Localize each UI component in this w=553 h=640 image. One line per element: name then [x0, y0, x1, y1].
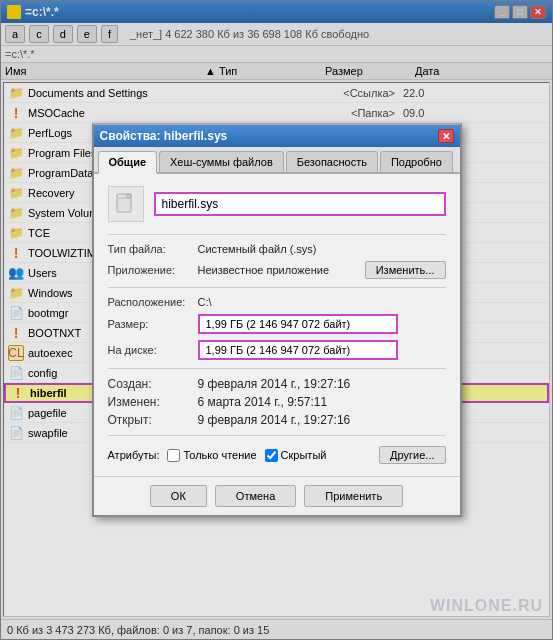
readonly-checkbox-label[interactable]: Только чтение: [167, 449, 256, 462]
svg-rect-1: [127, 194, 131, 198]
change-app-button[interactable]: Изменить...: [365, 261, 446, 279]
readonly-label: Только чтение: [183, 449, 256, 461]
tab-checksums[interactable]: Хеш-суммы файлов: [159, 151, 284, 172]
tab-general[interactable]: Общие: [98, 151, 158, 174]
application-row: Приложение: Неизвестное приложение Измен…: [108, 261, 446, 279]
divider-3: [108, 368, 446, 369]
divider-4: [108, 435, 446, 436]
size-on-disk-label: На диске:: [108, 344, 198, 356]
location-value: C:\: [198, 296, 446, 308]
divider-2: [108, 287, 446, 288]
attributes-section: Атрибуты: Только чтение Скрытый Другие..…: [108, 446, 446, 464]
tab-details[interactable]: Подробно: [380, 151, 453, 172]
tab-security[interactable]: Безопасность: [286, 151, 378, 172]
attributes-label: Атрибуты:: [108, 449, 160, 461]
dialog-title: Свойства: hiberfil.sys: [100, 129, 228, 143]
size-value: 1,99 ГБ (2 146 947 072 байт): [198, 314, 398, 334]
opened-row: Открыт: 9 февраля 2014 г., 19:27:16: [108, 413, 446, 427]
file-type-row: Тип файла: Системный файл (.sys): [108, 243, 446, 255]
divider-1: [108, 234, 446, 235]
hidden-checkbox-label[interactable]: Скрытый: [265, 449, 327, 462]
modified-label: Изменен:: [108, 395, 198, 409]
location-row: Расположение: C:\: [108, 296, 446, 308]
dialog-tabs: Общие Хеш-суммы файлов Безопасность Подр…: [94, 147, 460, 174]
readonly-checkbox[interactable]: [167, 449, 180, 462]
created-row: Создан: 9 февраля 2014 г., 19:27:16: [108, 377, 446, 391]
dialog-action-buttons: ОК Отмена Применить: [94, 476, 460, 515]
created-label: Создан:: [108, 377, 198, 391]
other-attributes-button[interactable]: Другие...: [379, 446, 445, 464]
dialog-close-button[interactable]: ✕: [438, 129, 454, 143]
opened-label: Открыт:: [108, 413, 198, 427]
ok-button[interactable]: ОК: [150, 485, 207, 507]
file-name-section: [108, 186, 446, 222]
dialog-overlay: Свойства: hiberfil.sys ✕ Общие Хеш-суммы…: [0, 0, 553, 640]
application-label: Приложение:: [108, 264, 198, 276]
modified-value: 6 марта 2014 г., 9:57:11: [198, 395, 328, 409]
dialog-title-bar: Свойства: hiberfil.sys ✕: [94, 125, 460, 147]
properties-dialog: Свойства: hiberfil.sys ✕ Общие Хеш-суммы…: [92, 123, 462, 517]
size-label: Размер:: [108, 318, 198, 330]
location-label: Расположение:: [108, 296, 198, 308]
size-row: Размер: 1,99 ГБ (2 146 947 072 байт): [108, 314, 446, 334]
opened-value: 9 февраля 2014 г., 19:27:16: [198, 413, 351, 427]
hidden-checkbox[interactable]: [265, 449, 278, 462]
created-value: 9 февраля 2014 г., 19:27:16: [198, 377, 351, 391]
application-value: Неизвестное приложение: [198, 264, 357, 276]
cancel-button[interactable]: Отмена: [215, 485, 296, 507]
size-on-disk-value: 1,99 ГБ (2 146 947 072 байт): [198, 340, 398, 360]
dialog-content: Тип файла: Системный файл (.sys) Приложе…: [94, 174, 460, 476]
modified-row: Изменен: 6 марта 2014 г., 9:57:11: [108, 395, 446, 409]
file-type-value: Системный файл (.sys): [198, 243, 446, 255]
filename-input[interactable]: [154, 192, 446, 216]
size-on-disk-row: На диске: 1,99 ГБ (2 146 947 072 байт): [108, 340, 446, 360]
large-file-icon: [108, 186, 144, 222]
apply-button[interactable]: Применить: [304, 485, 403, 507]
hidden-label: Скрытый: [281, 449, 327, 461]
file-type-label: Тип файла:: [108, 243, 198, 255]
